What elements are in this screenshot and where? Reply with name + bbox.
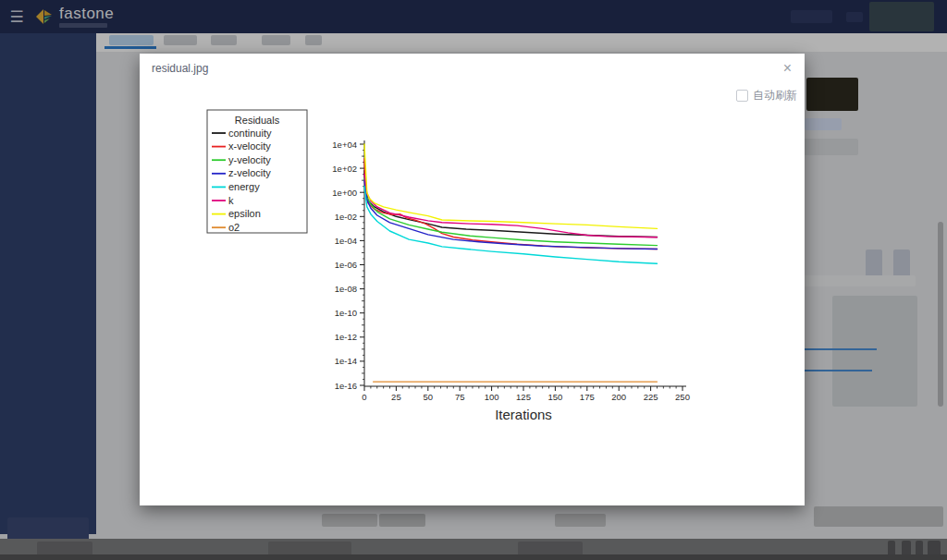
image-preview-dialog: residual.jpg × 自动刷新 1e+041e+021e+001e-02…: [140, 54, 805, 505]
y-tick-label: 1e-12: [335, 332, 357, 342]
series-epsilon: [364, 144, 658, 228]
y-tick-label: 1e-14: [335, 356, 357, 366]
y-tick-label: 1e-02: [335, 212, 357, 222]
x-tick-label: 25: [391, 392, 401, 402]
series-x-velocity: [364, 159, 658, 250]
x-tick-label: 200: [611, 392, 626, 402]
legend-label: x-velocity: [228, 140, 271, 152]
y-tick-label: 1e-04: [335, 236, 357, 246]
x-tick-label: 75: [455, 392, 465, 402]
legend-title: Residuals: [235, 115, 280, 126]
residuals-chart: 1e+041e+021e+001e-021e-041e-061e-081e-10…: [140, 54, 805, 505]
x-tick-label: 175: [580, 392, 595, 402]
x-tick-label: 125: [516, 392, 531, 402]
legend-label: z-velocity: [228, 167, 271, 178]
y-tick-label: 1e+00: [332, 188, 357, 198]
x-tick-label: 250: [675, 392, 690, 402]
x-tick-label: 0: [362, 392, 366, 402]
x-tick-label: 225: [644, 392, 658, 402]
y-tick-label: 1e+02: [332, 164, 357, 174]
legend-label: continuity: [228, 128, 272, 139]
legend-label: o2: [228, 222, 240, 233]
y-tick-label: 1e-16: [335, 381, 357, 391]
y-tick-label: 1e-10: [335, 308, 357, 318]
x-axis-title: Iterations: [495, 407, 552, 422]
x-tick-label: 150: [547, 392, 562, 402]
y-tick-label: 1e+04: [332, 140, 357, 150]
screen: ☰ fastone: [0, 0, 947, 560]
legend-label: epsilon: [228, 208, 261, 219]
x-tick-label: 100: [485, 392, 499, 402]
y-tick-label: 1e-08: [335, 284, 357, 294]
legend-label: energy: [228, 181, 260, 192]
x-tick-label: 50: [424, 392, 434, 402]
legend-label: k: [228, 195, 234, 206]
legend-label: y-velocity: [228, 154, 271, 165]
y-tick-label: 1e-06: [335, 260, 357, 270]
